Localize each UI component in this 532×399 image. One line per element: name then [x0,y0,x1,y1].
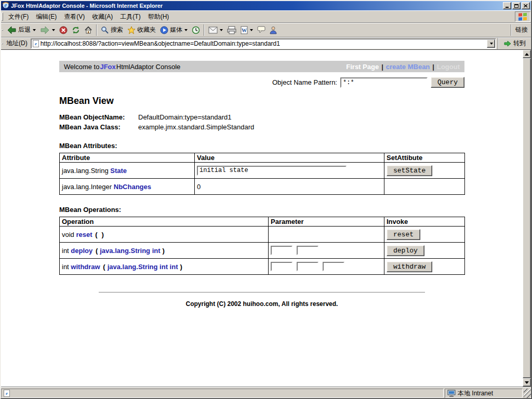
forward-arrow-icon [40,26,50,34]
create-mbean-link[interactable]: create MBean [386,63,430,71]
window-resize-grip[interactable] [524,389,531,398]
status-bar: e 本地 Intranet [1,387,531,398]
browser-viewport: Welcome to JFox HtmlAdaptor Console Firs… [1,50,531,387]
address-field[interactable]: e [31,38,496,49]
print-button[interactable] [225,24,238,36]
attribute-nbchanges-link[interactable]: NbChanges [114,183,151,191]
toolbar-grip-handle[interactable] [2,30,3,31]
scroll-down-button[interactable] [523,378,531,387]
param-input[interactable] [297,262,318,271]
back-label: 后退 [18,25,31,34]
operation-reset-link[interactable]: reset [76,231,92,238]
menu-view[interactable]: 查看(V) [60,11,88,22]
security-zone-label: 本地 Intranet [458,389,493,398]
addressbar-grip-handle[interactable] [2,43,3,44]
mbean-javaclass-value: example.jmx.standard.SimpleStandard [138,123,254,131]
menu-favorites[interactable]: 收藏(A) [88,11,116,22]
print-icon [227,26,236,34]
close-button[interactable] [522,2,530,9]
forward-dropdown-icon [52,29,55,31]
close-icon [524,4,528,8]
favorites-button[interactable]: 收藏夹 [125,24,158,36]
link-separator: | [381,63,383,71]
edit-word-button[interactable]: W [238,24,255,36]
vertical-scrollbar[interactable] [523,50,531,387]
minimize-button[interactable] [503,2,511,9]
history-clock-icon [192,26,200,34]
operations-header-row: Operation Parameter Invoke [60,217,465,227]
svg-text:e: e [6,391,8,396]
op-return-type: int [62,247,69,255]
maximize-button[interactable] [512,2,521,9]
menu-file[interactable]: 文件(F) [5,11,32,22]
value-column-header: Value [195,153,384,163]
operation-withdraw-link[interactable]: withdraw [71,263,100,271]
links-bar[interactable]: 链接 [513,24,530,36]
op-return-type: int [62,263,69,271]
footer-divider [99,292,425,293]
discuss-button[interactable] [255,24,268,36]
mbean-javaclass-label: MBean Java Class: [59,123,138,131]
menu-edit[interactable]: 编辑(E) [32,11,60,22]
deploy-invoke-button[interactable]: deploy [387,245,424,256]
mbean-objectname-value: DefaultDomain:type=standard1 [138,113,232,121]
refresh-button[interactable] [70,24,82,36]
word-edit-icon: W [241,26,248,34]
attributes-table: Attribute Value SetAttibute java.lang.St… [59,153,465,195]
back-button[interactable]: 后退 [5,24,38,36]
messenger-button[interactable] [268,24,279,36]
state-value-input[interactable] [197,166,347,176]
favorites-label: 收藏夹 [137,25,156,34]
browser-window: e JFox HtmlAdaptor Console - Microsoft I… [0,0,532,399]
history-button[interactable] [190,24,202,36]
table-row: java.lang.String State setState [60,163,465,179]
mail-button[interactable] [206,24,225,36]
intranet-monitor-icon [447,390,456,397]
table-row: void reset () reset [60,227,465,243]
toolbar-separator [96,24,97,36]
attributes-header-row: Attribute Value SetAttibute [60,153,465,163]
query-button[interactable]: Query [431,77,464,88]
param-input[interactable] [271,246,292,255]
media-button[interactable]: 媒体 [158,24,190,36]
toolbar-separator [511,24,512,36]
setstate-button[interactable]: setState [387,165,432,176]
search-button[interactable]: 搜索 [99,24,125,36]
go-button[interactable]: 转到 [500,38,529,49]
param-input[interactable] [297,246,318,255]
links-label: 链接 [515,25,528,34]
scrollbar-thumb[interactable] [523,58,531,378]
logout-link[interactable]: Logout [437,63,460,71]
withdraw-invoke-button[interactable]: withdraw [387,261,432,272]
param-input[interactable] [323,262,344,271]
scroll-up-button[interactable] [523,50,531,58]
stop-button[interactable] [57,24,70,36]
window-title: JFox HtmlAdaptor Console - Microsoft Int… [11,3,501,9]
param-input[interactable] [271,262,292,271]
address-bar: 地址(D) e 转到 [1,37,531,50]
messenger-person-icon [270,26,277,34]
status-page-icon: e [4,390,10,397]
titlebar[interactable]: e JFox HtmlAdaptor Console - Microsoft I… [1,1,531,10]
search-icon [101,26,109,34]
copyright-text: Copyright (C) 2002 huihoo.com, All right… [59,300,464,308]
object-name-pattern-input[interactable] [340,77,428,88]
menu-grip-handle[interactable] [2,12,3,21]
address-dropdown-button[interactable] [487,39,495,48]
object-name-pattern-row: Object Name Pattern: Query [59,77,464,88]
operation-deploy-link[interactable]: deploy [71,247,92,255]
table-row: int deploy (java.lang.String int) deploy [60,243,465,259]
home-button[interactable] [82,24,95,36]
first-page-link[interactable]: First Page [346,63,379,71]
table-row: int withdraw (java.lang.String int int) … [60,259,465,275]
menu-help[interactable]: 帮助(H) [144,11,173,22]
search-label: 搜索 [111,25,123,34]
stop-icon [59,26,68,34]
forward-button[interactable] [38,24,57,36]
operation-column-header: Operation [60,217,269,227]
menu-tools[interactable]: 工具(T) [116,11,144,22]
attribute-state-link[interactable]: State [110,167,127,175]
address-input[interactable] [41,40,485,47]
windows-flag-logo-icon [515,11,530,22]
reset-invoke-button[interactable]: reset [387,229,420,240]
